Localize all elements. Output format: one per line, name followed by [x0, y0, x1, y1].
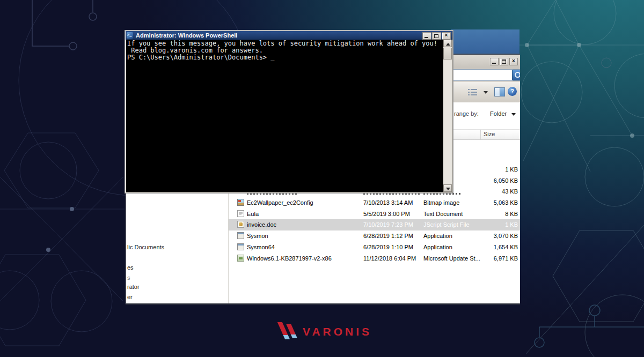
- file-name: Ec2Wallpaper_ec2Config: [247, 197, 313, 209]
- powershell-titlebar[interactable]: Administrator: Windows PowerShell ×: [126, 31, 452, 40]
- file-icon: [237, 255, 244, 262]
- maximize-icon: [502, 59, 506, 64]
- file-date-modified: 5/5/2019 3:00 PM: [363, 209, 410, 220]
- arrange-by-label: range by:: [454, 110, 479, 117]
- help-button[interactable]: ?: [508, 87, 517, 96]
- table-row[interactable]: Ec2Wallpaper_ec2Config 7/10/2013 3:14 AM…: [229, 197, 520, 209]
- file-name: Eula: [247, 209, 259, 220]
- file-size: 1 KB: [443, 164, 518, 175]
- desktop-background-strip: [451, 29, 519, 55]
- file-icon: [237, 232, 244, 239]
- explorer-close-button[interactable]: ×: [509, 58, 518, 65]
- sidebar-item[interactable]: es: [127, 264, 134, 271]
- file-size: 8 KB: [443, 209, 518, 220]
- search-icon: [515, 72, 520, 78]
- change-view-button[interactable]: [467, 88, 479, 96]
- file-date-modified: 11/12/2018 6:04 PM: [363, 253, 416, 264]
- scroll-up-arrow[interactable]: [443, 40, 452, 47]
- varonis-logo-text: VARONIS: [303, 325, 372, 338]
- explorer-window-controls: ×: [490, 58, 518, 65]
- file-name: invoice.doc: [247, 219, 276, 230]
- scroll-down-arrow[interactable]: [443, 184, 452, 192]
- table-row[interactable]: invoice.doc 7/10/2019 7:23 PM JScript Sc…: [229, 219, 520, 230]
- powershell-close-button[interactable]: ×: [442, 32, 451, 40]
- sidebar-item[interactable]: er: [127, 294, 133, 300]
- powershell-window: Administrator: Windows PowerShell × If y…: [125, 30, 453, 194]
- file-size: 43 KB: [443, 186, 518, 197]
- preview-pane-icon: [500, 88, 504, 96]
- close-icon: ×: [442, 32, 450, 39]
- console-line: PS C:\Users\Administrator\Documents> _: [127, 54, 443, 61]
- close-icon: ×: [510, 58, 517, 64]
- file-date-modified: 7/10/2019 7:23 PM: [363, 219, 413, 230]
- help-icon: ?: [508, 87, 517, 95]
- table-row[interactable]: Sysmon64 6/28/2019 1:10 PM Application 1…: [229, 242, 520, 253]
- console-output[interactable]: If you see this message, you have lots o…: [126, 40, 443, 192]
- minimize-icon: [492, 63, 496, 64]
- powershell-maximize-button[interactable]: [432, 32, 441, 40]
- file-icon: [237, 221, 244, 228]
- file-size: 1,654 KB: [443, 242, 518, 253]
- minimize-icon: [425, 37, 428, 38]
- scrollbar-thumb[interactable]: [443, 48, 452, 59]
- window-title: Administrator: Windows PowerShell: [136, 32, 237, 39]
- views-dropdown-arrow-icon[interactable]: [484, 91, 488, 94]
- file-size: 1 KB: [443, 219, 518, 230]
- file-name: Sysmon64: [247, 242, 275, 253]
- arrange-by-dropdown[interactable]: Folder: [490, 110, 507, 117]
- file-size: 3,070 KB: [443, 230, 518, 242]
- preview-pane-button[interactable]: [494, 87, 505, 96]
- file-size: 6,971 KB: [443, 253, 518, 264]
- file-date-modified: 6/28/2019 1:12 PM: [363, 230, 413, 242]
- chevron-down-icon: [511, 113, 516, 116]
- file-size: 6,050 KB: [443, 175, 518, 187]
- sidebar-item[interactable]: rator: [127, 284, 140, 290]
- table-row[interactable]: Eula 5/5/2019 3:00 PM Text Document 8 KB: [229, 209, 520, 220]
- search-button[interactable]: [512, 70, 520, 80]
- size-column-header[interactable]: Size: [484, 131, 495, 137]
- file-icon: [237, 243, 244, 250]
- page-background: × ? range by: Folder: [0, 0, 644, 357]
- explorer-minimize-button[interactable]: [490, 58, 499, 65]
- maximize-icon: [434, 34, 438, 38]
- list-view-icon: [468, 88, 477, 95]
- powershell-window-controls: ×: [422, 32, 451, 40]
- varonis-logo-icon: [278, 322, 301, 340]
- sidebar-item[interactable]: Disk (C:): [127, 304, 150, 304]
- explorer-maximize-button[interactable]: [500, 58, 508, 65]
- file-date-modified: 6/28/2019 1:10 PM: [363, 242, 413, 253]
- table-row[interactable]: Sysmon 6/28/2019 1:12 PM Application 3,0…: [229, 230, 520, 242]
- file-date-modified: 7/10/2013 3:14 AM: [363, 197, 413, 209]
- sidebar-item[interactable]: lic Documents: [127, 244, 164, 250]
- file-icon: [237, 210, 244, 217]
- powershell-minimize-button[interactable]: [422, 32, 431, 40]
- column-divider[interactable]: [480, 130, 481, 139]
- powershell-icon: [127, 32, 133, 39]
- file-icon: [237, 199, 244, 206]
- file-name: Windows6.1-KB2871997-v2-x86: [247, 253, 332, 264]
- file-name: Sysmon: [247, 230, 268, 242]
- console-scrollbar[interactable]: [443, 40, 452, 192]
- varonis-logo: VARONIS: [278, 321, 372, 340]
- table-row[interactable]: Windows6.1-KB2871997-v2-x86 11/12/2018 6…: [229, 253, 520, 264]
- file-size: 5,063 KB: [443, 197, 518, 209]
- sidebar-item[interactable]: s: [127, 274, 130, 281]
